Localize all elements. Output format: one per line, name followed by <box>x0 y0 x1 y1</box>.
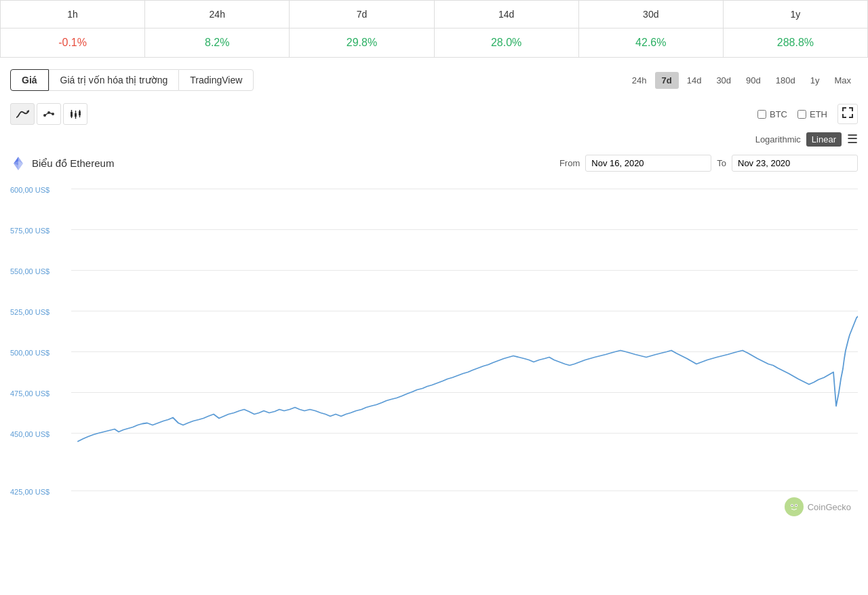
candlestick-icon <box>68 109 82 119</box>
from-date-input[interactable] <box>585 155 711 172</box>
stat-value-1h: -0.1% <box>0 28 145 58</box>
tab-gia[interactable]: Giá <box>10 69 49 91</box>
svg-rect-5 <box>71 112 73 117</box>
stat-header-30d: 30d <box>579 0 724 28</box>
chart-type-candlestick[interactable] <box>63 103 87 125</box>
chart-type-line[interactable] <box>37 103 61 125</box>
stat-value-7d: 29.8% <box>290 28 434 58</box>
stat-value-1y: 288.8% <box>724 28 868 58</box>
y-label-575: 575,00 US$ <box>10 227 50 235</box>
stats-value-row: -0.1% 8.2% 29.8% 28.0% 42.6% 288.8% <box>0 28 868 58</box>
stat-value-30d: 42.6% <box>579 28 724 58</box>
eth-price-line <box>78 317 858 442</box>
tab-tradingview[interactable]: TradingView <box>178 69 254 91</box>
svg-point-24 <box>795 505 797 506</box>
time-btn-max[interactable]: Max <box>827 72 858 89</box>
btc-label: BTC <box>770 109 787 119</box>
to-date-input[interactable] <box>732 155 858 172</box>
stats-header-row: 1h 24h 7d 14d 30d 1y <box>0 0 868 28</box>
chart-type-smooth-line[interactable] <box>10 103 35 125</box>
hamburger-menu-icon[interactable]: ☰ <box>847 132 858 147</box>
time-btn-7d[interactable]: 7d <box>655 72 679 89</box>
expand-icon[interactable] <box>837 104 858 124</box>
scale-linear-label[interactable]: Linear <box>806 132 842 147</box>
stat-header-1y: 1y <box>724 0 868 28</box>
chart-title: Biểu đồ Ethereum <box>32 157 114 170</box>
y-label-600: 600,00 US$ <box>10 186 50 194</box>
chart-right-controls: BTC ETH <box>757 104 858 124</box>
date-range: From To <box>559 155 858 172</box>
y-label-525: 525,00 US$ <box>10 308 50 316</box>
time-btn-24h[interactable]: 24h <box>625 72 654 89</box>
to-label: To <box>717 158 726 168</box>
eth-checkbox[interactable] <box>797 110 806 119</box>
tab-market-cap[interactable]: Giá trị vốn hóa thị trường <box>49 69 179 91</box>
coingecko-watermark: CoinGecko <box>785 497 851 516</box>
price-chart-svg: 600,00 US$ 575,00 US$ 550,00 US$ 525,00 … <box>10 177 858 520</box>
svg-line-3 <box>45 113 49 115</box>
svg-rect-11 <box>79 111 81 115</box>
time-btn-180d[interactable]: 180d <box>769 72 802 89</box>
smooth-line-icon <box>16 109 29 119</box>
chart-container: 600,00 US$ 575,00 US$ 550,00 US$ 525,00 … <box>0 177 868 530</box>
line-icon <box>42 109 56 119</box>
from-label: From <box>559 158 580 168</box>
coingecko-logo <box>785 497 804 516</box>
stat-value-24h: 8.2% <box>145 28 290 58</box>
stat-header-7d: 7d <box>290 0 434 28</box>
coingecko-text: CoinGecko <box>808 502 851 512</box>
time-btn-14d[interactable]: 14d <box>680 72 709 89</box>
stat-header-14d: 14d <box>435 0 579 28</box>
btc-checkbox-label[interactable]: BTC <box>757 109 787 119</box>
y-label-550: 550,00 US$ <box>10 267 50 275</box>
eth-checkbox-label[interactable]: ETH <box>797 109 827 119</box>
time-btn-1y[interactable]: 1y <box>804 72 827 89</box>
time-btn-90d[interactable]: 90d <box>739 72 768 89</box>
time-btn-30d[interactable]: 30d <box>709 72 738 89</box>
svg-point-23 <box>791 505 793 506</box>
btc-checkbox[interactable] <box>757 110 766 119</box>
eth-label: ETH <box>810 109 827 119</box>
scale-row: Logarithmic Linear ☰ <box>0 129 868 149</box>
svg-rect-8 <box>75 113 77 117</box>
y-label-450: 450,00 US$ <box>10 430 50 438</box>
y-label-425: 425,00 US$ <box>10 488 50 496</box>
stat-value-14d: 28.0% <box>435 28 579 58</box>
y-label-500: 500,00 US$ <box>10 349 50 357</box>
tabs-row: Giá Giá trị vốn hóa thị trường TradingVi… <box>0 61 868 99</box>
scale-logarithmic-label[interactable]: Logarithmic <box>755 134 801 145</box>
ethereum-logo <box>10 155 26 172</box>
chart-controls: BTC ETH <box>0 99 868 129</box>
y-label-475: 475,00 US$ <box>10 389 50 398</box>
stat-header-1h: 1h <box>0 0 145 28</box>
chart-header: Biểu đồ Ethereum From To <box>0 149 868 177</box>
time-range-group: 24h 7d 14d 30d 90d 180d 1y Max <box>625 72 858 89</box>
stat-header-24h: 24h <box>145 0 290 28</box>
svg-point-20 <box>788 501 800 513</box>
